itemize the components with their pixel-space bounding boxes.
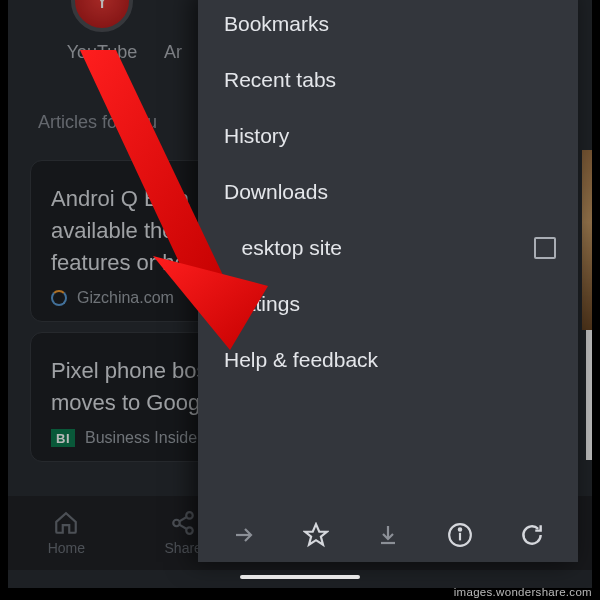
bottom-nav-label: Home [48, 540, 85, 556]
shortcut-youtube[interactable]: Y YouTube [56, 0, 148, 63]
card-title-line: available these [51, 218, 198, 243]
card-source: Gizchina.com [77, 289, 174, 307]
home-icon [53, 510, 79, 536]
shortcut-label: YouTube [56, 42, 148, 63]
youtube-icon-letter: Y [71, 0, 133, 32]
menu-item-downloads[interactable]: Downloads [198, 164, 578, 220]
bottom-nav-label: Share [165, 540, 202, 556]
bookmark-button[interactable] [300, 519, 332, 551]
menu-item-label: Settings [224, 292, 300, 316]
menu-item-desktop-site[interactable]: esktop site [198, 220, 578, 276]
menu-item-label: Bookmarks [224, 12, 329, 36]
card-title-line: features or he [51, 250, 187, 275]
download-icon [376, 523, 400, 547]
svg-point-0 [186, 512, 193, 519]
menu-item-label: Downloads [224, 180, 328, 204]
card-title-line: moves to Goog [51, 390, 200, 415]
watermark: images.wondershare.com [454, 586, 592, 598]
svg-point-11 [459, 528, 461, 530]
svg-point-2 [186, 527, 193, 534]
menu-item-label: History [224, 124, 289, 148]
svg-line-3 [180, 517, 187, 521]
bottom-nav-home[interactable]: Home [8, 496, 125, 570]
menu-item-recent-tabs[interactable]: Recent tabs [198, 52, 578, 108]
article-thumbnail [586, 330, 592, 460]
card-source: Business Inside [85, 429, 197, 447]
info-icon [447, 522, 473, 548]
share-icon [170, 510, 196, 536]
svg-marker-6 [305, 524, 327, 545]
info-button[interactable] [444, 519, 476, 551]
menu-item-help-feedback[interactable]: Help & feedback [198, 332, 578, 388]
gizchina-favicon [51, 290, 67, 306]
arrow-forward-icon [232, 523, 256, 547]
menu-item-label: Help & feedback [224, 348, 378, 372]
star-icon [303, 522, 329, 548]
home-indicator [240, 575, 360, 579]
forward-button[interactable] [228, 519, 260, 551]
menu-bottom-toolbar [198, 508, 578, 562]
menu-item-history[interactable]: History [198, 108, 578, 164]
card-title-line: Pixel phone bos [51, 358, 208, 383]
menu-item-label: Recent tabs [224, 68, 336, 92]
refresh-button[interactable] [516, 519, 548, 551]
desktop-site-checkbox[interactable] [534, 237, 556, 259]
refresh-icon [519, 522, 545, 548]
menu-item-bookmarks[interactable]: Bookmarks [198, 0, 578, 52]
menu-item-settings[interactable]: Settings [198, 276, 578, 332]
articles-for-you-heading: Articles for you [38, 112, 157, 133]
card-title-line: Androi Q Beta [51, 186, 189, 211]
download-button[interactable] [372, 519, 404, 551]
svg-point-1 [173, 520, 180, 527]
shortcut-partial[interactable]: Ar [164, 42, 182, 63]
svg-line-4 [180, 525, 187, 529]
menu-item-label: esktop site [224, 236, 342, 260]
businessinsider-favicon: BI [51, 429, 75, 447]
article-thumbnail [582, 150, 592, 330]
chrome-overflow-menu: Bookmarks Recent tabs History Downloads … [198, 0, 578, 562]
